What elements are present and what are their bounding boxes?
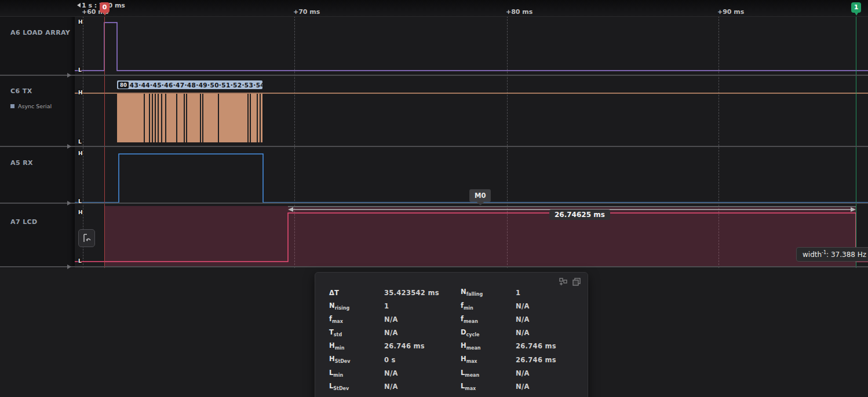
level-low-label: L: [78, 67, 82, 73]
measurement-label: Nrising: [329, 302, 384, 311]
measurement-value: N/A: [516, 369, 588, 377]
row-handle-icon: [67, 201, 71, 205]
measurement-settings-icon[interactable]: [559, 278, 567, 286]
time-gridline: [294, 16, 295, 268]
row-separator[interactable]: [0, 203, 868, 204]
channel-label-a7[interactable]: A7 LCD: [10, 218, 38, 226]
measurement-label: Lmean: [461, 369, 516, 378]
measurement-label: Hmax: [461, 355, 516, 364]
measurement-label: Lmin: [329, 369, 384, 378]
waveform-area[interactable]: [0, 16, 868, 268]
row-separator[interactable]: [0, 266, 868, 267]
measurement-value: 26.746 ms: [516, 342, 588, 350]
timeline-tick-label: +80 ms: [506, 8, 533, 16]
measurement-label: Hmin: [329, 341, 384, 351]
measurement-table: ΔT35.423542 msNfalling1Nrising1fminN/Afm…: [329, 286, 588, 394]
level-high-label: H: [78, 19, 83, 25]
ruler-duration-label: 26.74625 ms: [549, 209, 610, 220]
time-gridline: [507, 16, 508, 268]
channel-label-panel: [0, 16, 75, 268]
level-low-label: L: [78, 198, 82, 204]
measurement-value: 26.746 ms: [384, 342, 461, 350]
measurement-value: N/A: [516, 329, 588, 337]
measurement-value: 1: [384, 302, 461, 310]
time-gridline: [719, 16, 719, 268]
row-separator[interactable]: [0, 75, 868, 76]
channel-label-a6[interactable]: A6 LOAD ARRAY: [10, 29, 70, 36]
measurement-value: 35.423542 ms: [384, 289, 461, 297]
width-frequency-tooltip: width-1: 37.388 Hz: [796, 247, 868, 262]
analyzer-label[interactable]: Async Serial: [10, 103, 52, 109]
measurement-label: Nfalling: [461, 288, 516, 297]
measurement-label: fmin: [461, 302, 516, 311]
pulse-undo-icon: [81, 233, 92, 244]
row-separator[interactable]: [0, 146, 868, 147]
measurement-label: Hmean: [461, 341, 516, 351]
measurement-value: 0 s: [384, 356, 461, 364]
decode-start-byte: 80: [118, 82, 129, 89]
left-triangle-icon: [77, 3, 81, 8]
measurement-label: fmax: [329, 315, 384, 324]
level-low-label: L: [78, 139, 82, 145]
timing-marker-1[interactable]: 1: [851, 2, 861, 13]
level-low-label: L: [78, 258, 82, 264]
row-handle-icon: [67, 144, 71, 149]
measurement-value: N/A: [384, 329, 461, 337]
timeline-tick-label: +70 ms: [293, 8, 320, 16]
measurement-value: N/A: [384, 315, 461, 324]
channel-label-c6[interactable]: C6 TX: [10, 87, 32, 95]
measurement-label: HStDev: [329, 355, 384, 364]
measurement-value: N/A: [516, 302, 588, 310]
serial-decode-strip[interactable]: 80 43·44·45·46·47·48·49·50·51·52·53·54·5…: [117, 80, 262, 89]
marker-0-line: [104, 16, 105, 268]
analyzer-bullet-icon: [10, 104, 14, 108]
timing-marker-0[interactable]: 0: [100, 2, 110, 13]
measurement-value: 26.746 ms: [516, 356, 588, 364]
decode-bytes: 43·44·45·46·47·48·49·50·51·52·53·54·55·5…: [130, 82, 262, 89]
measurement-value: 1: [516, 289, 588, 297]
measurement-label: Dcycle: [461, 328, 516, 337]
measurement-label: ΔT: [329, 289, 384, 297]
row-handle-icon: [67, 73, 71, 78]
measurement-value: N/A: [516, 383, 588, 391]
measurement-label: Lmax: [461, 382, 516, 391]
level-high-label: H: [78, 209, 83, 215]
measurement-value: N/A: [384, 383, 461, 391]
measurement-label: Tstd: [329, 328, 384, 337]
edge-jump-button[interactable]: [78, 229, 95, 247]
measurement-label: fmean: [461, 315, 516, 324]
measurement-label: LStDev: [329, 382, 384, 391]
timeline-tick-label: +90 ms: [717, 8, 744, 16]
level-high-label: H: [78, 150, 83, 156]
measurement-panel: ΔT35.423542 msNfalling1Nrising1fminN/Afm…: [315, 272, 588, 397]
level-high-label: H: [78, 90, 83, 95]
measurement-value: N/A: [516, 315, 588, 324]
marker-1-line: [856, 16, 856, 268]
copy-icon[interactable]: [572, 278, 581, 286]
measurement-marker-label[interactable]: M0: [469, 189, 491, 202]
row-handle-icon: [67, 264, 71, 269]
channel-label-a5[interactable]: A5 RX: [10, 159, 33, 167]
timeline-bar[interactable]: 1 s : 700 ms +60 ms+70 ms+80 ms+90 ms: [0, 0, 868, 17]
measurement-value: N/A: [384, 369, 461, 377]
